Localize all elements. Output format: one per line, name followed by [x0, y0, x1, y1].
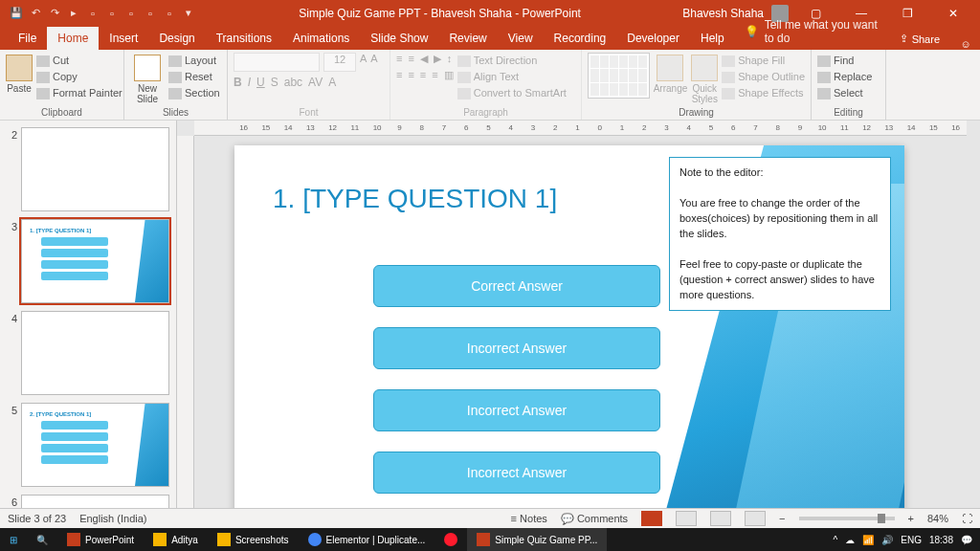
question-title[interactable]: 1. [TYPE QUESTION 1]: [273, 184, 557, 214]
qat-icon[interactable]: ▫: [142, 5, 159, 22]
align-center-icon[interactable]: ≡: [408, 69, 413, 81]
sorter-view-icon[interactable]: [676, 511, 697, 526]
zoom-value[interactable]: 84%: [927, 513, 948, 524]
thumb-6[interactable]: 6[INSERT CORRECT ANSWER TEXT]: [4, 495, 170, 508]
taskbar-item[interactable]: Elementor | Duplicate...: [299, 528, 435, 551]
tab-view[interactable]: View: [498, 27, 544, 50]
undo-icon[interactable]: ↶: [27, 5, 44, 22]
grow-font-icon[interactable]: A: [360, 53, 367, 72]
editor-note[interactable]: Note to the editor: You are free to chan…: [669, 157, 891, 311]
emoji-icon[interactable]: ☺: [951, 38, 980, 50]
comments-button[interactable]: 💬 Comments: [561, 513, 628, 525]
font-color-button[interactable]: A: [328, 76, 336, 89]
close-icon[interactable]: ✕: [934, 7, 972, 20]
tab-home[interactable]: Home: [47, 27, 99, 50]
justify-icon[interactable]: ≡: [432, 69, 437, 81]
start-button[interactable]: ⊞: [0, 528, 27, 551]
text-direction-button[interactable]: Text Direction: [457, 53, 567, 69]
indent-left-icon[interactable]: ◀: [420, 53, 428, 65]
redo-icon[interactable]: ↷: [46, 5, 63, 22]
language[interactable]: English (India): [79, 513, 146, 524]
bullets-icon[interactable]: ≡: [396, 53, 402, 65]
lang-indicator[interactable]: ENG: [901, 535, 922, 545]
tab-design[interactable]: Design: [148, 27, 205, 50]
taskbar-item[interactable]: Screenshots: [208, 528, 299, 551]
zoom-in-icon[interactable]: +: [908, 513, 914, 524]
font-name[interactable]: [234, 53, 320, 72]
italic-button[interactable]: I: [248, 76, 251, 89]
tab-animations[interactable]: Animations: [282, 27, 360, 50]
thumb-4[interactable]: 4[INSERT CORRECT ANSWER TEXT]: [4, 311, 170, 395]
onedrive-icon[interactable]: ☁: [845, 535, 855, 545]
arrange-button[interactable]: Arrange: [654, 53, 688, 94]
taskbar-item-active[interactable]: Simple Quiz Game PP...: [467, 528, 607, 551]
slideshow-view-icon[interactable]: [745, 511, 766, 526]
tab-review[interactable]: Review: [438, 27, 497, 50]
qat-icon[interactable]: ▫: [103, 5, 121, 22]
system-tray[interactable]: ^ ☁ 📶 🔊 ENG 18:38 💬: [834, 535, 980, 545]
replace-button[interactable]: Replace: [817, 69, 872, 85]
slide-thumbnails[interactable]: 2[INSERT WRONG ANSWER TEXT] 31. [TYPE QU…: [0, 121, 177, 508]
qat-icon[interactable]: ▫: [161, 5, 178, 22]
zoom-out-icon[interactable]: −: [779, 513, 785, 524]
qat-icon[interactable]: ▫: [84, 5, 101, 22]
shapes-gallery[interactable]: [588, 53, 650, 99]
clock[interactable]: 18:38: [929, 535, 953, 545]
underline-button[interactable]: U: [256, 76, 265, 89]
section-button[interactable]: Section: [168, 85, 220, 101]
qat-more-icon[interactable]: ▾: [180, 5, 197, 22]
strike-button[interactable]: S: [271, 76, 278, 89]
format-painter-button[interactable]: Format Painter: [36, 85, 122, 101]
columns-icon[interactable]: ▥: [444, 69, 454, 81]
choice-incorrect-3[interactable]: Incorrect Answer: [373, 452, 660, 494]
spacing-button[interactable]: AV: [308, 76, 323, 89]
shape-fill-button[interactable]: Shape Fill: [722, 53, 805, 69]
slide-canvas[interactable]: 1. [TYPE QUESTION 1] Correct Answer Inco…: [234, 145, 904, 508]
tab-insert[interactable]: Insert: [99, 27, 148, 50]
tray-up-icon[interactable]: ^: [834, 535, 838, 545]
reading-view-icon[interactable]: [710, 511, 731, 526]
tab-recording[interactable]: Recording: [544, 27, 617, 50]
tab-transitions[interactable]: Transitions: [206, 27, 282, 50]
zoom-slider[interactable]: [799, 517, 895, 520]
slide-editor[interactable]: 1615141312111098765432101234567891011121…: [177, 121, 980, 508]
normal-view-icon[interactable]: [641, 511, 662, 526]
notes-button[interactable]: ≡ Notes: [511, 513, 547, 524]
text-shadow-button[interactable]: abc: [284, 76, 302, 89]
tab-slideshow[interactable]: Slide Show: [360, 27, 438, 50]
paste-button[interactable]: Paste: [6, 53, 33, 94]
choice-correct[interactable]: Correct Answer: [373, 265, 660, 307]
reset-button[interactable]: Reset: [168, 69, 220, 85]
qat-icon[interactable]: ▫: [122, 5, 140, 22]
maximize-icon[interactable]: ❐: [888, 7, 926, 20]
shrink-font-icon[interactable]: A: [370, 53, 377, 72]
copy-button[interactable]: Copy: [36, 69, 122, 85]
taskbar-item[interactable]: PowerPoint: [57, 528, 144, 551]
volume-icon[interactable]: 🔊: [881, 535, 893, 545]
shape-effects-button[interactable]: Shape Effects: [722, 85, 805, 101]
align-left-icon[interactable]: ≡: [396, 69, 402, 81]
tab-developer[interactable]: Developer: [616, 27, 690, 50]
tab-help[interactable]: Help: [690, 27, 735, 50]
bold-button[interactable]: B: [234, 76, 242, 89]
slide-count[interactable]: Slide 3 of 23: [8, 513, 66, 524]
tell-me[interactable]: 💡Tell me what you want to do: [735, 13, 888, 50]
notifications-icon[interactable]: 💬: [961, 535, 972, 545]
select-button[interactable]: Select: [817, 85, 872, 101]
smartart-button[interactable]: Convert to SmartArt: [457, 85, 567, 101]
tab-file[interactable]: File: [8, 27, 47, 50]
new-slide-button[interactable]: New Slide: [130, 53, 165, 104]
line-spacing-icon[interactable]: ↕: [447, 53, 453, 65]
search-button[interactable]: 🔍: [27, 528, 57, 551]
thumb-2[interactable]: 2[INSERT WRONG ANSWER TEXT]: [4, 127, 170, 211]
quick-styles-button[interactable]: Quick Styles: [691, 53, 718, 104]
choice-incorrect-2[interactable]: Incorrect Answer: [373, 389, 660, 431]
fit-icon[interactable]: ⛶: [962, 513, 972, 524]
font-size[interactable]: 12: [323, 53, 356, 72]
shape-outline-button[interactable]: Shape Outline: [722, 69, 805, 85]
layout-button[interactable]: Layout: [168, 53, 220, 69]
find-button[interactable]: Find: [817, 53, 872, 69]
thumb-5[interactable]: 52. [TYPE QUESTION 1]: [4, 403, 170, 487]
align-right-icon[interactable]: ≡: [420, 69, 426, 81]
share-button[interactable]: ⇪Share: [888, 28, 951, 50]
